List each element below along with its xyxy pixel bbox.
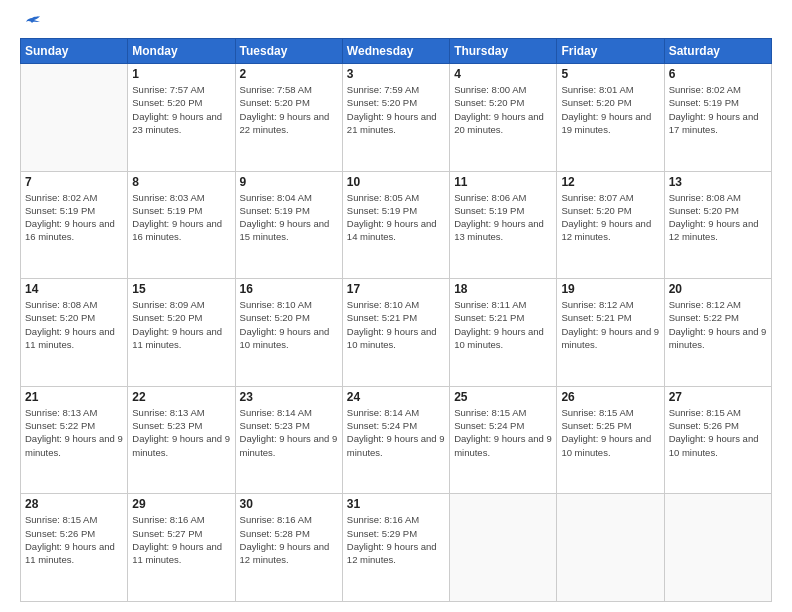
calendar-cell: 24Sunrise: 8:14 AMSunset: 5:24 PMDayligh…: [342, 386, 449, 494]
cell-info: Sunrise: 8:08 AMSunset: 5:20 PMDaylight:…: [669, 191, 767, 244]
calendar-week-1: 7Sunrise: 8:02 AMSunset: 5:19 PMDaylight…: [21, 171, 772, 279]
calendar-week-2: 14Sunrise: 8:08 AMSunset: 5:20 PMDayligh…: [21, 279, 772, 387]
cell-date: 25: [454, 390, 552, 404]
calendar-header-thursday: Thursday: [450, 39, 557, 64]
cell-date: 9: [240, 175, 338, 189]
header: [20, 18, 772, 34]
calendar-week-3: 21Sunrise: 8:13 AMSunset: 5:22 PMDayligh…: [21, 386, 772, 494]
cell-info: Sunrise: 8:07 AMSunset: 5:20 PMDaylight:…: [561, 191, 659, 244]
cell-info: Sunrise: 8:14 AMSunset: 5:24 PMDaylight:…: [347, 406, 445, 459]
calendar-cell: 30Sunrise: 8:16 AMSunset: 5:28 PMDayligh…: [235, 494, 342, 602]
calendar-header-row: SundayMondayTuesdayWednesdayThursdayFrid…: [21, 39, 772, 64]
calendar-cell: 21Sunrise: 8:13 AMSunset: 5:22 PMDayligh…: [21, 386, 128, 494]
cell-date: 2: [240, 67, 338, 81]
cell-info: Sunrise: 8:05 AMSunset: 5:19 PMDaylight:…: [347, 191, 445, 244]
calendar-cell: 25Sunrise: 8:15 AMSunset: 5:24 PMDayligh…: [450, 386, 557, 494]
cell-info: Sunrise: 8:10 AMSunset: 5:20 PMDaylight:…: [240, 298, 338, 351]
cell-date: 1: [132, 67, 230, 81]
cell-date: 5: [561, 67, 659, 81]
cell-date: 29: [132, 497, 230, 511]
calendar-cell: 5Sunrise: 8:01 AMSunset: 5:20 PMDaylight…: [557, 64, 664, 172]
calendar-header-tuesday: Tuesday: [235, 39, 342, 64]
cell-info: Sunrise: 8:02 AMSunset: 5:19 PMDaylight:…: [669, 83, 767, 136]
cell-info: Sunrise: 8:16 AMSunset: 5:29 PMDaylight:…: [347, 513, 445, 566]
cell-date: 17: [347, 282, 445, 296]
cell-info: Sunrise: 8:15 AMSunset: 5:24 PMDaylight:…: [454, 406, 552, 459]
calendar-cell: 18Sunrise: 8:11 AMSunset: 5:21 PMDayligh…: [450, 279, 557, 387]
cell-date: 8: [132, 175, 230, 189]
cell-date: 24: [347, 390, 445, 404]
cell-date: 23: [240, 390, 338, 404]
cell-info: Sunrise: 7:57 AMSunset: 5:20 PMDaylight:…: [132, 83, 230, 136]
calendar-cell: 13Sunrise: 8:08 AMSunset: 5:20 PMDayligh…: [664, 171, 771, 279]
calendar-header-sunday: Sunday: [21, 39, 128, 64]
calendar-cell: 3Sunrise: 7:59 AMSunset: 5:20 PMDaylight…: [342, 64, 449, 172]
cell-info: Sunrise: 8:15 AMSunset: 5:25 PMDaylight:…: [561, 406, 659, 459]
calendar-week-0: 1Sunrise: 7:57 AMSunset: 5:20 PMDaylight…: [21, 64, 772, 172]
cell-info: Sunrise: 7:58 AMSunset: 5:20 PMDaylight:…: [240, 83, 338, 136]
cell-date: 30: [240, 497, 338, 511]
cell-date: 28: [25, 497, 123, 511]
calendar-cell: 4Sunrise: 8:00 AMSunset: 5:20 PMDaylight…: [450, 64, 557, 172]
calendar-cell: 22Sunrise: 8:13 AMSunset: 5:23 PMDayligh…: [128, 386, 235, 494]
cell-info: Sunrise: 8:15 AMSunset: 5:26 PMDaylight:…: [25, 513, 123, 566]
calendar-cell: 12Sunrise: 8:07 AMSunset: 5:20 PMDayligh…: [557, 171, 664, 279]
calendar-cell: [450, 494, 557, 602]
cell-date: 26: [561, 390, 659, 404]
cell-info: Sunrise: 8:03 AMSunset: 5:19 PMDaylight:…: [132, 191, 230, 244]
logo-bird-icon: [22, 14, 42, 34]
calendar-cell: 8Sunrise: 8:03 AMSunset: 5:19 PMDaylight…: [128, 171, 235, 279]
cell-info: Sunrise: 8:16 AMSunset: 5:28 PMDaylight:…: [240, 513, 338, 566]
calendar-cell: 14Sunrise: 8:08 AMSunset: 5:20 PMDayligh…: [21, 279, 128, 387]
calendar-header-monday: Monday: [128, 39, 235, 64]
calendar-cell: 15Sunrise: 8:09 AMSunset: 5:20 PMDayligh…: [128, 279, 235, 387]
cell-date: 3: [347, 67, 445, 81]
calendar-cell: 16Sunrise: 8:10 AMSunset: 5:20 PMDayligh…: [235, 279, 342, 387]
cell-date: 13: [669, 175, 767, 189]
calendar-cell: 19Sunrise: 8:12 AMSunset: 5:21 PMDayligh…: [557, 279, 664, 387]
cell-date: 31: [347, 497, 445, 511]
cell-date: 19: [561, 282, 659, 296]
calendar-cell: 9Sunrise: 8:04 AMSunset: 5:19 PMDaylight…: [235, 171, 342, 279]
calendar-cell: 20Sunrise: 8:12 AMSunset: 5:22 PMDayligh…: [664, 279, 771, 387]
cell-info: Sunrise: 8:13 AMSunset: 5:22 PMDaylight:…: [25, 406, 123, 459]
cell-info: Sunrise: 8:12 AMSunset: 5:22 PMDaylight:…: [669, 298, 767, 351]
calendar-cell: 7Sunrise: 8:02 AMSunset: 5:19 PMDaylight…: [21, 171, 128, 279]
cell-info: Sunrise: 8:15 AMSunset: 5:26 PMDaylight:…: [669, 406, 767, 459]
logo: [20, 18, 42, 34]
cell-date: 15: [132, 282, 230, 296]
calendar-cell: 26Sunrise: 8:15 AMSunset: 5:25 PMDayligh…: [557, 386, 664, 494]
cell-info: Sunrise: 8:08 AMSunset: 5:20 PMDaylight:…: [25, 298, 123, 351]
calendar-cell: [21, 64, 128, 172]
cell-date: 12: [561, 175, 659, 189]
calendar-cell: 10Sunrise: 8:05 AMSunset: 5:19 PMDayligh…: [342, 171, 449, 279]
calendar-cell: 1Sunrise: 7:57 AMSunset: 5:20 PMDaylight…: [128, 64, 235, 172]
cell-info: Sunrise: 8:12 AMSunset: 5:21 PMDaylight:…: [561, 298, 659, 351]
cell-date: 20: [669, 282, 767, 296]
cell-info: Sunrise: 8:04 AMSunset: 5:19 PMDaylight:…: [240, 191, 338, 244]
calendar-week-4: 28Sunrise: 8:15 AMSunset: 5:26 PMDayligh…: [21, 494, 772, 602]
calendar-header-wednesday: Wednesday: [342, 39, 449, 64]
calendar-cell: 2Sunrise: 7:58 AMSunset: 5:20 PMDaylight…: [235, 64, 342, 172]
calendar-header-friday: Friday: [557, 39, 664, 64]
calendar-cell: 6Sunrise: 8:02 AMSunset: 5:19 PMDaylight…: [664, 64, 771, 172]
calendar-cell: 28Sunrise: 8:15 AMSunset: 5:26 PMDayligh…: [21, 494, 128, 602]
calendar-cell: 31Sunrise: 8:16 AMSunset: 5:29 PMDayligh…: [342, 494, 449, 602]
page: SundayMondayTuesdayWednesdayThursdayFrid…: [0, 0, 792, 612]
calendar-header-saturday: Saturday: [664, 39, 771, 64]
calendar-table: SundayMondayTuesdayWednesdayThursdayFrid…: [20, 38, 772, 602]
cell-info: Sunrise: 8:10 AMSunset: 5:21 PMDaylight:…: [347, 298, 445, 351]
cell-date: 21: [25, 390, 123, 404]
cell-date: 10: [347, 175, 445, 189]
calendar-cell: [557, 494, 664, 602]
calendar-cell: 11Sunrise: 8:06 AMSunset: 5:19 PMDayligh…: [450, 171, 557, 279]
cell-date: 27: [669, 390, 767, 404]
cell-info: Sunrise: 8:06 AMSunset: 5:19 PMDaylight:…: [454, 191, 552, 244]
cell-info: Sunrise: 8:16 AMSunset: 5:27 PMDaylight:…: [132, 513, 230, 566]
cell-info: Sunrise: 8:13 AMSunset: 5:23 PMDaylight:…: [132, 406, 230, 459]
cell-date: 18: [454, 282, 552, 296]
cell-date: 14: [25, 282, 123, 296]
cell-date: 4: [454, 67, 552, 81]
cell-info: Sunrise: 8:01 AMSunset: 5:20 PMDaylight:…: [561, 83, 659, 136]
cell-date: 16: [240, 282, 338, 296]
